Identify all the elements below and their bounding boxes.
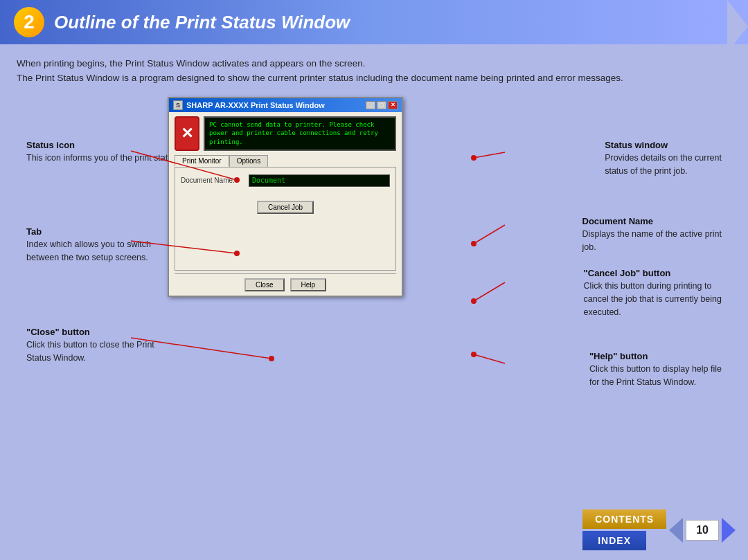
- intro-line2: The Print Status Window is a program des…: [17, 73, 623, 83]
- psw-document-name-value: Document: [249, 174, 390, 187]
- cancel-job-annotation: "Cancel Job" button Click this button du…: [584, 267, 722, 319]
- page-header: 2 Outline of the Print Status Window: [0, 0, 748, 44]
- psw-status-icon: ✕: [175, 116, 199, 151]
- document-name-desc: Displays the name of the active printjob…: [582, 228, 722, 254]
- psw-close-btn[interactable]: ✕: [388, 101, 398, 109]
- tab-desc: Index which allows you to switchbetween …: [26, 238, 151, 264]
- document-name-title: Document Name: [582, 215, 722, 228]
- status-window-annotation: Status window Provides details on the cu…: [605, 138, 722, 178]
- print-status-window: S SHARP AR-XXXX Print Status Window _ □ …: [168, 97, 403, 297]
- contents-row: CONTENTS: [582, 509, 666, 529]
- psw-title-text: SHARP AR-XXXX Print Status Window: [186, 101, 325, 109]
- svg-point-9: [471, 241, 477, 246]
- svg-point-11: [471, 298, 477, 304]
- psw-tab-print-monitor[interactable]: Print Monitor: [175, 155, 229, 167]
- nav-buttons-group: CONTENTS INDEX: [582, 509, 666, 550]
- next-page-arrow[interactable]: [722, 518, 736, 543]
- psw-maximize-btn[interactable]: □: [377, 101, 386, 109]
- psw-document-name-row: Document Name: Document: [181, 174, 390, 187]
- psw-minimize-btn[interactable]: _: [366, 101, 375, 109]
- psw-tab-options[interactable]: Options: [229, 155, 268, 167]
- help-btn-title: "Help" button: [589, 350, 722, 363]
- psw-bottom-row: Close Help: [175, 273, 396, 291]
- intro-line1: When printing begins, the Print Status W…: [17, 58, 366, 69]
- close-btn-title: "Close" button: [26, 325, 154, 339]
- page-title: Outline of the Print Status Window: [54, 12, 350, 33]
- psw-title-icon: S: [173, 100, 183, 110]
- document-name-annotation: Document Name Displays the name of the a…: [582, 215, 722, 254]
- svg-line-12: [474, 354, 505, 363]
- psw-help-button[interactable]: Help: [290, 278, 327, 291]
- status-icon-annotation: Status icon This icon informs you of the…: [26, 138, 179, 165]
- svg-line-6: [474, 152, 505, 158]
- status-window-title: Status window: [605, 138, 722, 152]
- prev-page-arrow[interactable]: [669, 518, 683, 543]
- chapter-number: 2: [14, 7, 44, 37]
- svg-point-5: [269, 356, 274, 361]
- tab-title: Tab: [26, 225, 151, 239]
- close-btn-annotation: "Close" button Click this button to clos…: [26, 325, 154, 365]
- index-row: INDEX: [582, 531, 666, 550]
- psw-body: ✕ PC cannot send data to printer. Please…: [169, 112, 402, 296]
- psw-cancel-job-button[interactable]: Cancel Job: [257, 201, 314, 214]
- contents-button[interactable]: CONTENTS: [582, 509, 666, 529]
- main-content: When printing begins, the Print Status W…: [0, 44, 748, 401]
- status-icon-desc: This icon informs you of the print statu…: [26, 152, 179, 165]
- intro-paragraph: When printing begins, the Print Status W…: [17, 57, 731, 86]
- help-btn-annotation: "Help" button Click this button to displ…: [589, 350, 722, 389]
- bottom-navigation: CONTENTS INDEX 10: [582, 509, 736, 550]
- header-arrow-decoration: [727, 0, 748, 53]
- cancel-job-title: "Cancel Job" button: [584, 267, 722, 280]
- close-btn-desc: Click this button to close the PrintStat…: [26, 338, 154, 365]
- index-button[interactable]: INDEX: [582, 531, 646, 550]
- svg-point-7: [471, 155, 477, 161]
- psw-error-icon: ✕: [181, 125, 193, 143]
- svg-line-10: [474, 282, 505, 301]
- status-icon-title: Status icon: [26, 138, 179, 152]
- svg-line-8: [474, 225, 505, 244]
- psw-titlebar: S SHARP AR-XXXX Print Status Window _ □ …: [169, 98, 402, 112]
- psw-cancel-row: Cancel Job: [181, 201, 390, 214]
- psw-document-name-label: Document Name:: [181, 177, 243, 184]
- help-btn-desc: Click this button to display help filefo…: [589, 363, 722, 389]
- tab-annotation: Tab Index which allows you to switchbetw…: [26, 225, 151, 264]
- svg-point-13: [471, 352, 477, 357]
- psw-panel: Document Name: Document Cancel Job: [175, 167, 396, 271]
- diagram-area: Status icon This icon informs you of the…: [17, 97, 731, 395]
- cancel-job-desc: Click this button during printing tocanc…: [584, 280, 722, 318]
- psw-close-button[interactable]: Close: [244, 278, 285, 291]
- psw-status-row: ✕ PC cannot send data to printer. Please…: [175, 116, 396, 151]
- page-number: 10: [686, 520, 719, 541]
- status-window-desc: Provides details on the currentstatus of…: [605, 152, 722, 178]
- psw-tabs: Print Monitor Options: [175, 155, 396, 167]
- psw-status-text: PC cannot send data to printer. Please c…: [204, 116, 396, 151]
